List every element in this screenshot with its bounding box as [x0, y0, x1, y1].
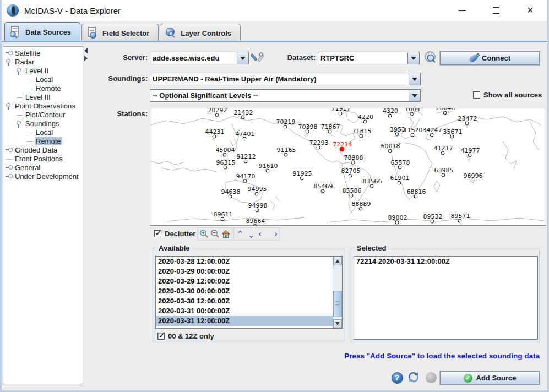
station-marker-71815[interactable]: 71815: [352, 128, 372, 138]
tab-data-sources[interactable]: Data Sources: [4, 22, 80, 42]
server-dropdown-arrow-icon[interactable]: [237, 52, 248, 64]
tree-toggle-icon[interactable]: [6, 102, 14, 109]
public-datasets-button[interactable]: [423, 50, 438, 64]
connect-button[interactable]: Connect: [440, 51, 540, 65]
tree-item-local[interactable]: Local: [3, 128, 83, 137]
server-combo[interactable]: adde.ssec.wisc.edu: [150, 52, 249, 64]
station-marker-44231[interactable]: 44231: [205, 128, 225, 138]
add-source-button[interactable]: ✓ Add Source: [440, 371, 540, 385]
station-marker-85469[interactable]: 85469: [314, 183, 333, 193]
refresh-button[interactable]: [406, 370, 421, 384]
soundings-combo[interactable]: UPPERMAND - Real-Time Upper Air (Mandato…: [150, 73, 421, 85]
station-marker-45004[interactable]: 45004: [216, 146, 235, 156]
station-marker-68816[interactable]: 68816: [407, 188, 426, 198]
tree-item-level-iii[interactable]: Level III: [3, 92, 83, 101]
tree-item-satellite[interactable]: Satellite: [3, 48, 83, 57]
scroll-thumb[interactable]: [333, 291, 342, 317]
declutter-checkbox[interactable]: Declutter: [154, 230, 195, 238]
tree-item-remote[interactable]: Remote: [3, 84, 83, 92]
station-marker-72293[interactable]: 72293: [309, 139, 329, 149]
station-marker-35671[interactable]: 35671: [443, 128, 463, 138]
available-time-row[interactable]: 2020-03-31 00:00:00Z: [156, 306, 333, 316]
tree-item-remote[interactable]: Remote: [3, 137, 83, 145]
station-marker-83566[interactable]: 83566: [363, 178, 382, 188]
tree-item-radar[interactable]: Radar: [3, 57, 83, 66]
tree-item-front-positions[interactable]: Front Positions: [3, 154, 83, 163]
available-time-row[interactable]: 2020-03-28 12:00:00Z: [156, 257, 333, 266]
tree-toggle-icon[interactable]: [6, 164, 14, 171]
station-marker-65578[interactable]: 65578: [391, 159, 410, 169]
dataset-value[interactable]: RTPTSRC: [318, 54, 407, 62]
tree-item-level-ii[interactable]: Level II: [3, 66, 83, 75]
split-divider[interactable]: [83, 42, 89, 388]
station-marker-96996[interactable]: 96996: [464, 172, 483, 182]
station-marker-89611[interactable]: 89611: [214, 211, 233, 221]
collapse-left-icon[interactable]: [84, 48, 88, 53]
tree-item-point-observations[interactable]: Point Observations: [3, 101, 83, 110]
tree-toggle-icon[interactable]: [6, 58, 14, 65]
soundings-value[interactable]: UPPERMAND - Real-Time Upper Air (Mandato…: [150, 75, 409, 83]
tree-toggle-icon[interactable]: [6, 146, 14, 153]
server-value[interactable]: adde.ssec.wisc.edu: [150, 54, 237, 62]
available-time-row[interactable]: 2020-03-29 12:00:00Z: [156, 276, 333, 286]
selected-soundings-list[interactable]: 72214 2020-03-31 12:00:00Z: [354, 256, 538, 340]
soundings-dropdown-arrow-icon[interactable]: [409, 73, 420, 85]
tree-item-local[interactable]: Local: [3, 75, 83, 84]
scroll-up-icon[interactable]: [333, 257, 342, 265]
station-marker-91925[interactable]: 91925: [293, 170, 312, 180]
station-marker-91610[interactable]: 91610: [259, 162, 278, 172]
station-marker-4320[interactable]: 4320: [383, 108, 398, 117]
station-marker-89571[interactable]: 89571: [451, 213, 470, 222]
station-marker-71867[interactable]: 71867: [321, 123, 340, 133]
tree-toggle-icon[interactable]: [6, 173, 14, 179]
available-times-list[interactable]: 2020-03-28 12:00:00Z2020-03-29 00:00:00Z…: [155, 256, 343, 329]
station-marker-34247[interactable]: 34247: [423, 127, 442, 137]
scroll-down-icon[interactable]: [333, 319, 342, 328]
tab-field-selector[interactable]: Field Selector: [81, 24, 159, 42]
show-all-sources-checkbox[interactable]: Show all sources: [473, 91, 542, 99]
optional-levels-combo[interactable]: -- Optional Significant Levels --: [150, 89, 421, 102]
tree-item-under-development[interactable]: Under Development: [3, 172, 83, 181]
tree-item-gridded-data[interactable]: Gridded Data: [3, 145, 83, 154]
zoom-out-button[interactable]: [209, 228, 220, 239]
tree-item-general[interactable]: General: [3, 163, 83, 172]
tree-item-soundings[interactable]: Soundings: [3, 119, 83, 128]
reset-view-button[interactable]: [220, 228, 231, 239]
server-manager-button[interactable]: [251, 51, 265, 65]
pan-up-button[interactable]: ⌃: [235, 228, 246, 239]
station-marker-70219[interactable]: 70219: [276, 118, 296, 128]
tree-toggle-icon[interactable]: [16, 67, 24, 74]
available-time-row[interactable]: 2020-03-29 00:00:00Z: [156, 266, 333, 276]
tree-item-plot-contour[interactable]: Plot/Contour: [3, 110, 83, 119]
zulu-filter-checkbox[interactable]: 00 & 12Z only: [157, 332, 214, 340]
tab-layer-controls[interactable]: Layer Controls: [160, 24, 241, 42]
station-marker-1004[interactable]: 1004: [405, 108, 420, 116]
optional-levels-value[interactable]: -- Optional Significant Levels --: [150, 91, 409, 100]
zoom-in-button[interactable]: [198, 228, 209, 239]
station-marker-91212[interactable]: 91212: [237, 153, 256, 163]
station-marker-94995[interactable]: 94995: [248, 186, 267, 195]
station-marker-63985[interactable]: 63985: [434, 167, 454, 177]
station-marker-70398[interactable]: 70398: [298, 123, 318, 133]
station-marker-23472[interactable]: 23472: [458, 115, 477, 125]
station-marker-94170[interactable]: 94170: [236, 173, 256, 183]
available-time-row[interactable]: 2020-03-31 12:00:00Z: [156, 316, 333, 326]
station-marker-89664[interactable]: 89664: [246, 217, 265, 226]
dataset-dropdown-arrow-icon[interactable]: [407, 52, 419, 64]
station-marker-89002[interactable]: 89002: [388, 214, 407, 224]
station-marker-41217[interactable]: 41217: [434, 145, 453, 155]
expand-right-icon[interactable]: [84, 56, 88, 61]
tree-toggle-icon[interactable]: [16, 120, 24, 127]
station-marker-72214[interactable]: 72214: [333, 141, 352, 151]
declutter-box-icon[interactable]: [154, 230, 161, 237]
tree-toggle-icon[interactable]: [6, 50, 14, 56]
available-list-scrollbar[interactable]: [333, 257, 342, 328]
pan-down-button[interactable]: ⌃: [246, 228, 257, 239]
station-map[interactable]: 2029221432719174220432010042004623472702…: [150, 108, 546, 226]
available-time-row[interactable]: 2020-03-30 00:00:00Z: [156, 286, 333, 296]
dataset-combo[interactable]: RTPTSRC: [318, 52, 420, 64]
station-marker-88889[interactable]: 88889: [352, 200, 371, 210]
show-all-sources-box-icon[interactable]: [473, 91, 480, 99]
station-marker-89532[interactable]: 89532: [423, 213, 443, 223]
minimize-button[interactable]: [445, 0, 479, 21]
